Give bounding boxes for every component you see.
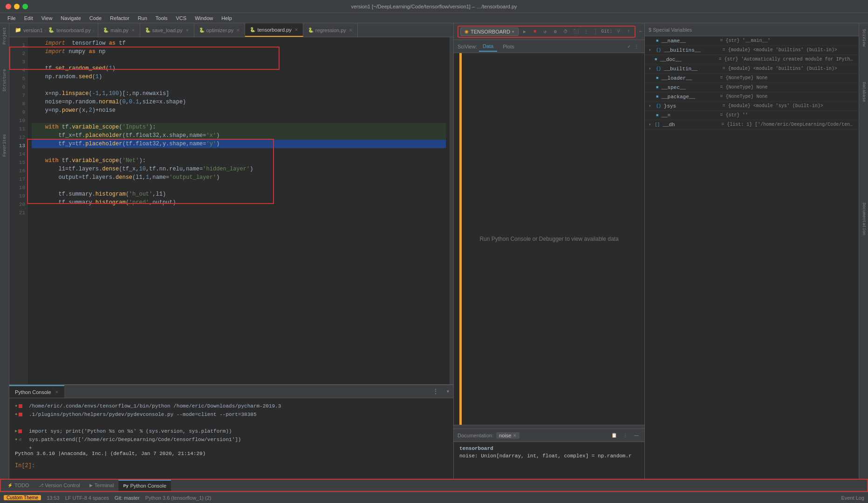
tensorboard-dropdown-icon[interactable]: ▾ [512,29,514,34]
console-line-2: .1/plugins/python/helpers/pydev/pydevcon… [29,410,448,419]
breadcrumb-sep1: › [45,27,47,33]
code-line-14 [32,148,446,156]
sciview-more-btn[interactable]: ⋮ [632,42,641,51]
tab-close-optimizer[interactable]: ✕ [236,28,240,33]
git-btn1[interactable]: ⑂ [614,27,622,36]
tab-icon-main: 🐍 [103,27,109,33]
close-button[interactable] [6,4,11,9]
menu-help[interactable]: Help [218,14,236,22]
menu-navigate[interactable]: Navigate [57,14,84,22]
var-expand-dh[interactable]: › [649,122,652,127]
var-expand-builtin[interactable]: › [649,67,653,71]
git-btn2[interactable]: ↑ [624,27,633,36]
tab-close-regression[interactable]: ✕ [349,28,353,33]
doc-tab[interactable]: noise ✕ [496,432,519,439]
statusbar: Custom Theme 13:53 LF UTF-8 4 spaces Git… [0,492,868,503]
reload-button[interactable]: ↺ [541,27,549,36]
main-container: Project Structure Favorites 📁 version1 ›… [0,23,868,503]
tab-save-load-py[interactable]: 🐍 save_load.py ✕ [140,23,194,37]
python-version-output: Python 3.6.10 |Anaconda, Inc.| (default,… [15,449,448,458]
code-line-6 [32,81,446,89]
sidebar-documentation[interactable]: Documentation [861,199,867,239]
var-label-builtins: __builtins__ [664,48,720,53]
console-tab-close[interactable]: ✕ [55,390,59,394]
console-more-btn[interactable]: ⋮ [429,387,443,395]
menu-code[interactable]: Code [86,14,105,22]
version-control-tab[interactable]: ⎇ Version Control [34,480,85,491]
sciview-data-tab[interactable]: Data [479,41,497,52]
menu-edit[interactable]: Edit [21,14,37,22]
debug-button[interactable]: ⬛ [572,27,580,36]
sciview-plots-tab[interactable]: Plots [499,42,518,51]
doc-tab-close[interactable]: ✕ [513,433,517,438]
menu-tools[interactable]: Tools [152,14,171,22]
code-line-13: tf_y=tf.placeholder(tf.float32,y.shape,n… [32,140,446,148]
python-console-tab[interactable]: Python Console ✕ [9,385,64,398]
console-prompt[interactable]: In[2]: [15,462,448,470]
window-controls[interactable] [6,4,28,9]
todo-tab[interactable]: ⚡ TODO [3,480,34,491]
custom-theme-badge[interactable]: Custom Theme [4,495,41,500]
tab-regression-py[interactable]: 🐍 regression.py ✕ [303,23,358,37]
tab-close-save[interactable]: ✕ [185,28,189,33]
menu-view[interactable]: View [38,14,56,22]
var-expand-builtins[interactable]: › [649,48,653,53]
maximize-button[interactable] [22,4,28,9]
menu-file[interactable]: File [4,14,20,22]
console-line-4: sys.path.extend(['/home/eric/DeepLearnin… [29,435,448,444]
var-icon-spec: ■ [656,85,658,90]
code-line-12: tf_x=tf.placeholder(tf.float32,x.shape,n… [32,131,446,140]
settings-button[interactable]: ⚙ [551,27,560,36]
stop-button[interactable]: ■ [531,27,539,36]
var-label-builtin: __builtin__ [664,66,720,72]
var-value-builtin: = {module} <module 'builtins' (built-in)… [723,66,837,71]
console-icon-2: ● [15,410,17,419]
sidebar-project[interactable]: Project [1,25,8,47]
doc-copy-btn[interactable]: 📋 [610,431,618,440]
sciview-scrollbar[interactable] [454,425,644,428]
var-icon-doc: ■ [655,57,657,62]
event-log[interactable]: Event Log [841,495,864,501]
tab-icon-save: 🐍 [145,27,150,33]
more-run-btn[interactable]: ⋮ [582,27,590,36]
sciview-checkmark[interactable]: ✓ [628,44,630,49]
sidebar-structure[interactable]: Structure [1,67,8,94]
sidebar-database[interactable]: Database [861,78,867,106]
sidebar-favorites[interactable]: Favorites [1,132,8,159]
scrollbar[interactable] [450,37,453,384]
menu-refactor[interactable]: Refactor [106,14,133,22]
code-editor[interactable]: 1 2 3 4 5 6 7 8 9 10 11 12 13 14 15 16 1… [9,37,453,384]
play-button[interactable]: ▶ [520,27,529,36]
menu-run[interactable]: Run [134,14,151,22]
run-with-coverage[interactable]: ⏱ [561,27,570,36]
code-line-11: with tf.variable_scope('Inputs'): [32,123,446,131]
var-icon-sys: {} [656,104,661,109]
var-underscore: ■ __= = {str} '' [645,111,859,120]
tab-close-tensorboard[interactable]: ✕ [294,27,298,32]
back-btn[interactable]: ← [639,27,642,36]
doc-more-btn[interactable]: ⋮ [621,431,629,440]
menu-window[interactable]: Window [191,14,217,22]
breadcrumb-file-icon: 🐍 [48,27,55,33]
tensorboard-badge[interactable]: ◉ TENSORBOARD ▾ [460,27,519,36]
sciview-placeholder: Run Python Console or Debugger to view a… [479,236,618,242]
terminal-tab[interactable]: ▶ Terminal [85,480,119,491]
python-console-bottom-tab[interactable]: Py Python Console [118,480,171,491]
code-content[interactable]: import tensorflow as tf import numpy as … [28,37,450,384]
doc-collapse-btn[interactable]: — [632,431,641,440]
var-expand-sys[interactable]: › [649,104,653,109]
minimize-button[interactable] [14,4,20,9]
menu-vcs[interactable]: VCS [172,14,191,22]
var-label-doc: __doc__ [660,57,716,62]
tab-optimizer-py[interactable]: 🐍 optimizer.py ✕ [194,23,246,37]
code-line-16: l1=tf.layers.dense(tf_x,10,tf.nn.relu,na… [32,165,446,173]
console-collapse-btn[interactable]: ▾ [443,388,453,395]
file-tabs: 🐍 main.py ✕ 🐍 save_load.py ✕ 🐍 optimizer… [98,23,358,37]
left-sidebar: Project Structure Favorites [0,23,9,503]
doc-module: tensorboard [459,445,639,452]
tab-tensorboard-py[interactable]: 🐍 tensorboard.py ✕ [245,23,303,37]
tab-close-main[interactable]: ✕ [131,28,135,33]
var-loader: ■ __loader__ = {NoneType} None [645,74,859,83]
sidebar-sciview[interactable]: SciView [861,25,867,50]
tab-main-py[interactable]: 🐍 main.py ✕ [98,23,140,37]
